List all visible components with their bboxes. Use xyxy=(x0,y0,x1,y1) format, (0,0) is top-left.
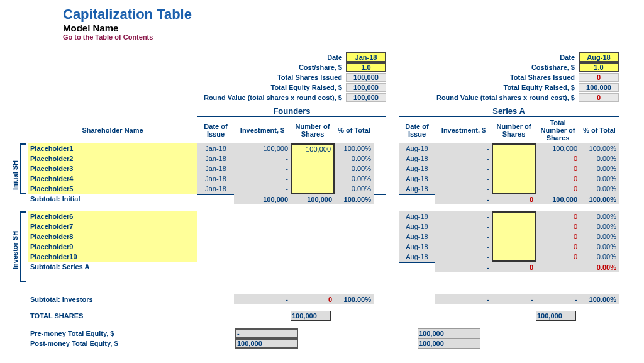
cell-date: Jan-18 xyxy=(197,154,234,164)
cell-investment: - xyxy=(435,242,492,252)
cell-num-shares[interactable] xyxy=(492,174,536,184)
post-money-label: Post-money Total Equity, $ xyxy=(28,338,118,349)
cell-num-shares[interactable] xyxy=(492,164,536,174)
shareholder-name[interactable]: Placeholder5 xyxy=(28,184,197,194)
cell-investment: - xyxy=(435,221,492,232)
series-a-title: Series A xyxy=(399,106,619,117)
cell-num-shares[interactable] xyxy=(492,143,536,154)
seriesa-round-value: 0 xyxy=(579,93,619,102)
shareholder-name[interactable]: Placeholder1 xyxy=(28,143,197,154)
cell-investment: - xyxy=(435,143,492,154)
seriesa-pre-money: 100,000 xyxy=(418,328,480,338)
cell-investment: - xyxy=(435,184,492,194)
shareholder-name-header: Shareholder Name xyxy=(28,125,197,135)
cell-investment: - xyxy=(435,174,492,184)
cell-total-shares: 100,000 xyxy=(536,143,580,154)
seriesa-date[interactable]: Aug-18 xyxy=(579,52,619,62)
cell-num-shares[interactable]: 100,000 xyxy=(291,143,335,154)
founders-title: Founders xyxy=(197,106,386,117)
cell-num-shares[interactable] xyxy=(492,154,536,164)
cell-investment: - xyxy=(435,232,492,242)
seriesa-total-shares: 100,000 xyxy=(536,311,576,321)
subtotal-investors-label: Subtotal: Investors xyxy=(28,294,93,304)
cell-total-shares: 0 xyxy=(536,242,580,252)
model-name: Model Name xyxy=(63,23,631,33)
cell-pct: 0.00% xyxy=(580,221,619,232)
subtotal-initial-label: Subtotal: Initial xyxy=(28,194,80,204)
cell-num-shares[interactable] xyxy=(492,242,536,252)
cell-pct: 0.00% xyxy=(335,174,374,184)
founders-date[interactable]: Jan-18 xyxy=(346,52,386,62)
cell-date: Aug-18 xyxy=(399,154,435,164)
cell-num-shares[interactable] xyxy=(492,211,536,221)
date-label: Date xyxy=(327,53,346,61)
shareholder-name[interactable]: Placeholder8 xyxy=(28,232,197,242)
seriesa-shares-issued: 0 xyxy=(579,73,619,82)
cell-num-shares[interactable] xyxy=(492,221,536,232)
cell-investment: - xyxy=(435,252,492,262)
cell-investment: - xyxy=(435,154,492,164)
cell-total-shares: 0 xyxy=(536,211,580,221)
cell-date: Aug-18 xyxy=(399,221,435,232)
seriesa-cost[interactable]: 1.0 xyxy=(579,62,619,72)
cell-total-shares: 0 xyxy=(536,252,580,262)
cell-investment: - xyxy=(234,164,291,174)
pct-total-header: % of Total xyxy=(335,125,374,135)
cell-date: Aug-18 xyxy=(399,143,435,154)
shareholder-name[interactable]: Placeholder6 xyxy=(28,211,197,221)
cell-num-shares[interactable] xyxy=(291,184,335,194)
cell-date: Aug-18 xyxy=(399,242,435,252)
founders-summary: DateJan-18 Cost/share, $1.0 Total Shares… xyxy=(197,52,386,117)
series-a-summary: DateAug-18 Cost/share, $1.0 Total Shares… xyxy=(399,52,619,117)
investment-header: Investment, $ xyxy=(234,125,291,135)
round-value-label: Round Value (total shares x round cost),… xyxy=(204,94,346,101)
cell-total-shares: 0 xyxy=(536,221,580,232)
page-title: Capitalization Table xyxy=(63,6,631,23)
total-num-shares-header: Total Number of Shares xyxy=(536,118,580,143)
subtotal-founders-num: 100,000 xyxy=(291,194,335,204)
cell-date: Aug-18 xyxy=(399,211,435,221)
founders-total-shares: 100,000 xyxy=(291,311,331,321)
cell-pct: 0.00% xyxy=(580,232,619,242)
cell-pct: 0.00% xyxy=(580,164,619,174)
equity-raised-label: Total Equity Raised, $ xyxy=(271,84,347,91)
subtotal-founders-pct: 100.00% xyxy=(335,194,374,204)
cell-pct: 100.00% xyxy=(580,143,619,154)
shareholder-name[interactable]: Placeholder9 xyxy=(28,242,197,252)
subtotal-founders-inv: 100,000 xyxy=(234,194,291,204)
cell-pct: 0.00% xyxy=(580,154,619,164)
cell-investment: - xyxy=(435,211,492,221)
cell-num-shares[interactable] xyxy=(492,232,536,242)
initial-sh-label: Initial SH xyxy=(11,160,19,190)
cell-date: Jan-18 xyxy=(197,143,234,154)
toc-link[interactable]: Go to the Table of Contents xyxy=(63,33,631,41)
cell-date: Jan-18 xyxy=(197,184,234,194)
pre-money-label: Pre-money Total Equity, $ xyxy=(28,328,114,338)
cell-date: Aug-18 xyxy=(399,252,435,262)
cell-pct: 100.00% xyxy=(335,143,374,154)
cell-date: Jan-18 xyxy=(197,174,234,184)
cell-pct: 0.00% xyxy=(580,174,619,184)
cost-label: Cost/share, $ xyxy=(299,64,346,71)
cell-total-shares: 0 xyxy=(536,232,580,242)
shareholder-name[interactable]: Placeholder7 xyxy=(28,221,197,232)
total-shares-label: TOTAL SHARES xyxy=(28,311,83,321)
shareholder-name[interactable]: Placeholder3 xyxy=(28,164,197,174)
cell-date: Aug-18 xyxy=(399,174,435,184)
cell-num-shares[interactable] xyxy=(291,174,335,184)
cell-num-shares[interactable] xyxy=(492,252,536,262)
cell-investment: - xyxy=(435,164,492,174)
subtotal-series-a-label: Subtotal: Series A xyxy=(28,262,89,272)
cell-num-shares[interactable] xyxy=(291,154,335,164)
cell-num-shares[interactable] xyxy=(492,184,536,194)
shareholder-name[interactable]: Placeholder10 xyxy=(28,252,197,262)
shareholder-name[interactable]: Placeholder2 xyxy=(28,154,197,164)
founders-pre-money: - xyxy=(235,328,298,338)
founders-cost[interactable]: 1.0 xyxy=(346,62,386,72)
cell-pct: 0.00% xyxy=(580,242,619,252)
cell-num-shares[interactable] xyxy=(291,164,335,174)
cell-date: Aug-18 xyxy=(399,164,435,174)
date-issue-header: Date of Issue xyxy=(197,121,234,139)
shareholder-name[interactable]: Placeholder4 xyxy=(28,174,197,184)
founders-shares-issued: 100,000 xyxy=(346,73,386,82)
